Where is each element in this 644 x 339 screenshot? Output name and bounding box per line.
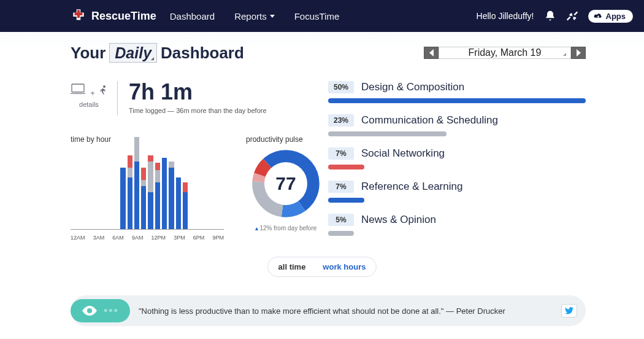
hour-bar: [183, 182, 188, 229]
eye-icon: [82, 305, 98, 316]
hour-bar: [155, 163, 160, 229]
next-day-button[interactable]: [571, 47, 586, 59]
category-pct: 7%: [328, 147, 354, 160]
hour-bar: [134, 137, 139, 229]
hour-bar: [141, 168, 146, 229]
triangle-icon: [151, 57, 154, 60]
greeting: Hello Jilleduffy!: [477, 11, 534, 21]
toggle-all-time[interactable]: all time: [270, 259, 315, 275]
apps-button[interactable]: Apps: [588, 10, 634, 23]
tweet-button[interactable]: [561, 304, 577, 318]
category-row[interactable]: 7%Reference & Learning: [328, 181, 586, 203]
category-name: Design & Composition: [361, 81, 464, 93]
up-arrow-icon: ▴: [255, 225, 258, 232]
triangle-icon: [563, 53, 566, 56]
nav-focustime[interactable]: FocusTime: [294, 11, 340, 21]
time-logged-subtitle: Time logged — 36m more than the day befo…: [129, 107, 267, 114]
category-row[interactable]: 5%News & Opinion: [328, 214, 586, 236]
category-name: News & Opinion: [361, 214, 436, 226]
productivity-pulse-donut: 77: [252, 150, 320, 217]
runner-icon: [98, 87, 107, 98]
svg-point-1: [103, 85, 105, 88]
svg-point-7: [88, 310, 91, 312]
bell-icon[interactable]: [544, 10, 556, 22]
scope-select[interactable]: Daily: [109, 43, 157, 63]
chevron-down-icon: [270, 15, 275, 18]
cloud-icon: [593, 12, 603, 20]
hour-bar: [162, 158, 167, 229]
category-row[interactable]: 23%Communication & Scheduling: [328, 114, 586, 136]
hour-chart-x-axis: 12AM3AM6AM9AM12PM3PM6PM9PM: [71, 235, 224, 241]
category-name: Communication & Scheduling: [361, 114, 498, 127]
quote-text: "Nothing is less productive than to make…: [139, 306, 561, 316]
time-logged: 7h 1m: [129, 81, 267, 103]
category-row[interactable]: 50%Design & Composition: [328, 81, 586, 103]
hour-chart-label: time by hour: [71, 135, 224, 144]
category-name: Social Networking: [361, 147, 445, 160]
twitter-icon: [565, 307, 573, 314]
brand-name: RescueTime: [91, 10, 156, 23]
title-prefix: Your: [71, 44, 105, 63]
hour-chart: [71, 150, 224, 230]
date-select[interactable]: Friday, March 19: [439, 47, 571, 59]
tools-icon[interactable]: [566, 10, 578, 22]
hour-bar: [148, 155, 153, 229]
category-pct: 7%: [328, 181, 354, 193]
toggle-work-hours[interactable]: work hours: [314, 259, 374, 275]
title-suffix: Dashboard: [161, 44, 244, 63]
nav-reports[interactable]: Reports: [234, 11, 275, 21]
plus-icon: +: [90, 89, 94, 98]
hour-bar: [176, 177, 181, 229]
category-list: 50%Design & Composition23%Communication …: [328, 81, 644, 247]
pulse-delta: ▴ 12% from day before: [246, 225, 326, 232]
laptop-icon: [71, 84, 88, 98]
pulse-label: productivity pulse: [246, 135, 326, 144]
category-pct: 5%: [328, 214, 354, 226]
details-link[interactable]: + details: [71, 81, 118, 115]
rescuetime-icon: [71, 8, 86, 24]
category-pct: 23%: [328, 114, 354, 127]
brand-logo[interactable]: RescueTime: [0, 8, 170, 24]
category-pct: 50%: [328, 81, 354, 93]
quote-eye-pill[interactable]: •••: [71, 299, 130, 322]
hour-bar: [128, 155, 132, 229]
hour-bar: [169, 162, 174, 229]
prev-day-button[interactable]: [424, 47, 439, 59]
category-row[interactable]: 7%Social Networking: [328, 147, 586, 170]
category-name: Reference & Learning: [361, 181, 462, 193]
nav-dashboard[interactable]: Dashboard: [170, 11, 215, 21]
pulse-score: 77: [267, 165, 305, 203]
quote-bar: ••• "Nothing is less productive than to …: [71, 295, 586, 326]
time-filter-toggle: all time work hours: [267, 257, 377, 277]
svg-rect-0: [72, 84, 84, 92]
hour-bar: [120, 168, 125, 229]
